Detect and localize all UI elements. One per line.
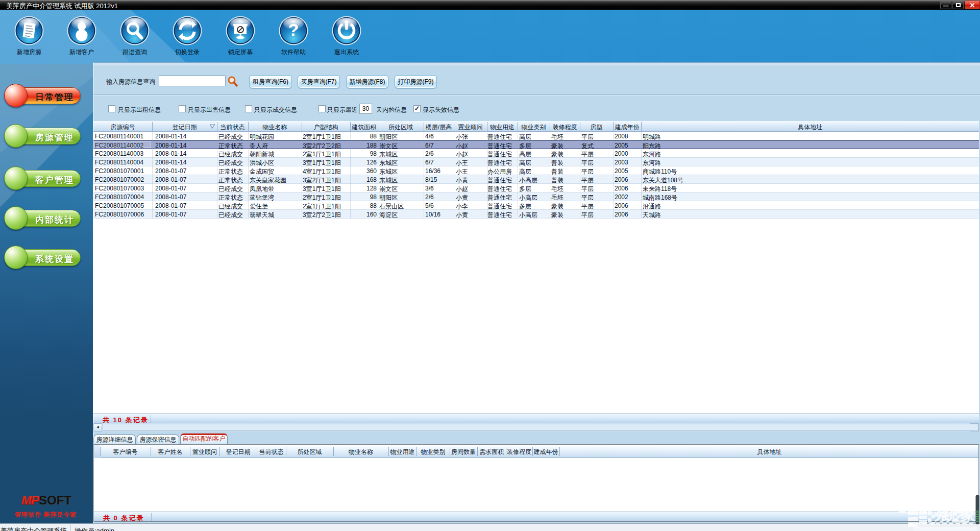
- svg-text:?: ?: [288, 20, 299, 39]
